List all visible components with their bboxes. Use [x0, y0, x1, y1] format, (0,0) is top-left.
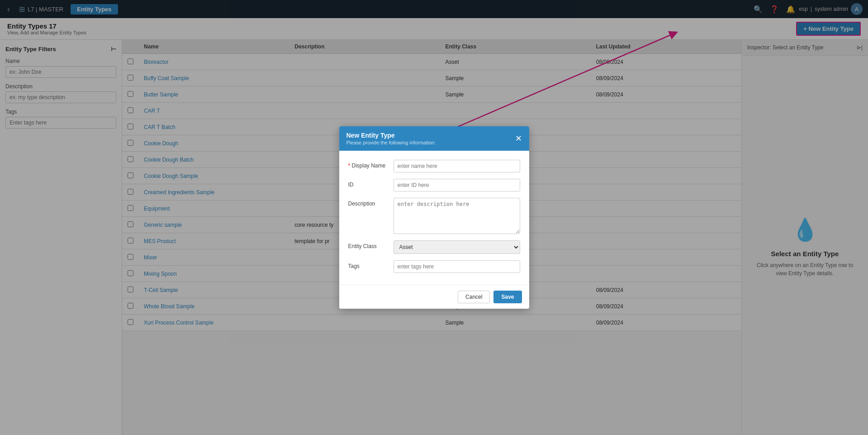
description-label: Description	[348, 198, 394, 207]
tags-input[interactable]	[394, 260, 520, 273]
modal-overlay: New Entity Type Please provide the follo…	[0, 0, 868, 435]
entity-class-select[interactable]: Asset Sample Process Generic	[394, 240, 520, 254]
display-name-input[interactable]	[394, 160, 520, 172]
modal-title: New Entity Type	[346, 132, 436, 139]
save-button[interactable]: Save	[493, 291, 522, 303]
entity-class-label: Entity Class	[348, 240, 394, 249]
display-name-row: Display Name	[348, 160, 520, 172]
entity-class-row: Entity Class Asset Sample Process Generi…	[348, 240, 520, 254]
id-row: ID	[348, 179, 520, 191]
display-name-label: Display Name	[348, 160, 394, 169]
modal-body: Display Name ID Description Entity Class…	[339, 151, 529, 285]
modal-subtitle: Please provide the following information…	[346, 140, 436, 145]
tags-label: Tags	[348, 260, 394, 269]
id-input[interactable]	[394, 179, 520, 191]
tags-row: Tags	[348, 260, 520, 273]
new-entity-type-modal: New Entity Type Please provide the follo…	[339, 126, 529, 309]
id-label: ID	[348, 179, 394, 188]
modal-close-button[interactable]: ✕	[515, 134, 522, 143]
cancel-button[interactable]: Cancel	[458, 291, 490, 303]
description-row: Description	[348, 198, 520, 234]
modal-footer: Cancel Save	[339, 285, 529, 309]
modal-header: New Entity Type Please provide the follo…	[339, 126, 529, 151]
description-textarea[interactable]	[394, 198, 520, 234]
